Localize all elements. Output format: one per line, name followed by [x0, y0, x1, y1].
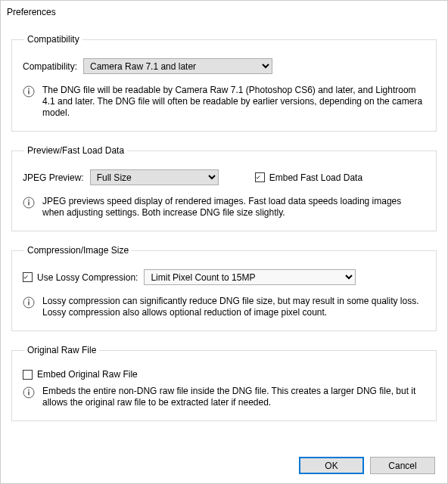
svg-rect-7: [28, 302, 30, 306]
embed-fast-load-label: Embed Fast Load Data: [269, 172, 362, 183]
use-lossy-compression-checkbox[interactable]: Use Lossy Compression:: [23, 272, 138, 283]
svg-rect-8: [28, 299, 30, 301]
svg-rect-11: [28, 389, 30, 391]
info-icon: [23, 296, 35, 309]
group-compression: Compression/Image Size Use Lossy Compres…: [11, 245, 437, 331]
checkbox-icon: [255, 172, 265, 182]
content-area: Compatibility Compatibility: Camera Raw …: [1, 23, 447, 421]
svg-rect-2: [28, 88, 30, 90]
svg-rect-5: [28, 200, 30, 201]
info-icon: [23, 85, 35, 98]
compatibility-info-text: The DNG file will be readable by Camera …: [42, 85, 425, 119]
embed-fast-load-checkbox[interactable]: Embed Fast Load Data: [255, 172, 362, 183]
group-compression-legend: Compression/Image Size: [24, 245, 132, 256]
compatibility-label: Compatibility:: [23, 61, 77, 72]
window-title: Preferences: [1, 1, 447, 23]
info-icon: [23, 197, 35, 209]
svg-rect-4: [28, 202, 30, 206]
cancel-button[interactable]: Cancel: [370, 457, 435, 474]
group-compatibility: Compatibility Compatibility: Camera Raw …: [11, 34, 437, 132]
use-lossy-compression-label: Use Lossy Compression:: [37, 272, 138, 283]
pixel-count-dropdown[interactable]: Limit Pixel Count to 15MP: [144, 269, 356, 285]
embed-original-raw-label: Embed Original Raw File: [37, 369, 138, 380]
compression-info-text: Lossy compression can significantly redu…: [42, 296, 425, 318]
group-original: Original Raw File Embed Original Raw Fil…: [11, 345, 437, 421]
jpeg-preview-dropdown[interactable]: Full Size: [90, 169, 219, 185]
info-icon: [23, 386, 35, 399]
group-compatibility-legend: Compatibility: [24, 34, 82, 45]
svg-rect-10: [28, 392, 30, 396]
embed-original-raw-checkbox[interactable]: Embed Original Raw File: [23, 369, 138, 380]
preferences-window: Preferences Compatibility Compatibility:…: [0, 0, 448, 484]
svg-rect-1: [28, 91, 30, 95]
checkbox-icon: [23, 370, 33, 380]
group-preview: Preview/Fast Load Data JPEG Preview: Ful…: [11, 145, 437, 231]
original-info-text: Embeds the entire non-DNG raw file insid…: [42, 386, 425, 408]
preview-info-text: JPEG previews speed display of rendered …: [42, 196, 425, 219]
compatibility-dropdown[interactable]: Camera Raw 7.1 and later: [83, 58, 272, 74]
dialog-button-row: OK Cancel: [299, 457, 435, 474]
group-original-legend: Original Raw File: [24, 345, 99, 355]
group-preview-legend: Preview/Fast Load Data: [24, 145, 127, 156]
checkbox-icon: [23, 272, 33, 282]
jpeg-preview-label: JPEG Preview:: [23, 172, 84, 183]
ok-button[interactable]: OK: [299, 457, 364, 474]
